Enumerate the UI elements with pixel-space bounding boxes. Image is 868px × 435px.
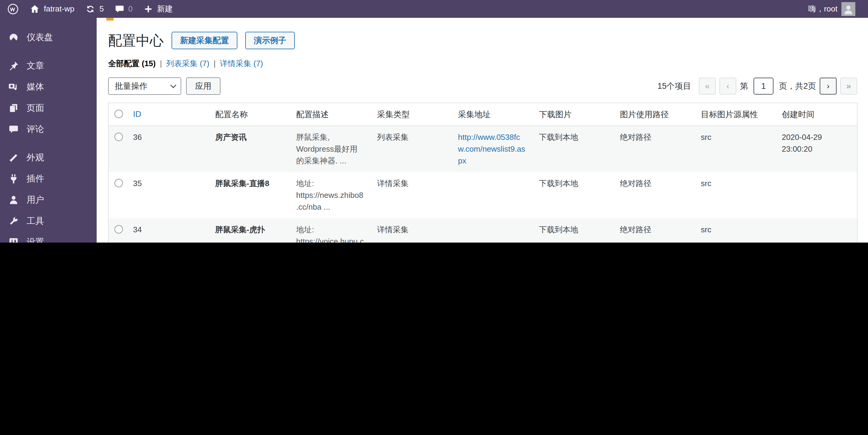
filter-detail-crawl[interactable]: 详情采集 (7) (220, 58, 263, 69)
column-header-attr: 目标图片源属性 (701, 110, 758, 119)
comment-count: 0 (128, 4, 132, 13)
cell-src-attr: src (695, 126, 776, 173)
title-row: 配置中心 新建采集配置 演示例子 (108, 32, 857, 49)
wordpress-menu[interactable] (0, 0, 24, 18)
sidebar-item-label: 外观 (27, 152, 44, 164)
column-header-url: 采集地址 (458, 110, 491, 119)
column-header-id[interactable]: ID (133, 110, 141, 119)
avatar (841, 2, 855, 16)
sidebar-item-comments[interactable]: 评论 (0, 119, 97, 140)
admin-bar-left: fatrat-wp 5 0 (0, 0, 178, 18)
chevron-down-icon (170, 82, 176, 88)
page-suffix: 页，共2页 (779, 81, 816, 92)
clipped-element-fragment (106, 18, 114, 21)
home-icon (30, 4, 40, 14)
cell-crawl-url-link (452, 172, 533, 218)
cell-config-name: 房产资讯 (209, 126, 290, 173)
sidebar-item-plugins[interactable]: 插件 (0, 168, 97, 189)
sidebar-item-media[interactable]: 媒体 (0, 76, 97, 98)
account-menu[interactable]: 嗨，root (803, 0, 861, 18)
update-icon (85, 4, 95, 14)
table-row: 35 胖鼠采集-直播8 地址: https://news.zhibo8.cc/n… (108, 172, 858, 218)
comments-menu[interactable]: 0 (109, 0, 138, 18)
new-label: 新建 (157, 4, 173, 14)
cell-image-path: 绝对路径 (614, 172, 695, 218)
cell-config-desc: 地址: https://voice.hupu.com/cne ... (290, 218, 371, 243)
greeting-text: 嗨，root (808, 4, 837, 14)
cell-created-time (776, 218, 858, 243)
cell-id: 34 (127, 218, 209, 243)
cell-src-attr: src (695, 218, 776, 243)
admin-bar: fatrat-wp 5 0 (0, 0, 868, 18)
sidebar-item-label: 设置 (27, 236, 44, 243)
tools-icon (8, 215, 19, 227)
cell-config-desc: 地址: https://news.zhibo8.cc/nba ... (290, 172, 371, 218)
sidebar-item-appearance[interactable]: 外观 (0, 147, 97, 168)
update-count: 5 (99, 4, 103, 13)
cell-crawl-type: 列表采集 (371, 126, 452, 173)
sidebar-item-label: 媒体 (27, 81, 44, 93)
pagination: 15个项目 « ‹ 第 页，共2页 › » (657, 77, 857, 95)
current-page-input[interactable] (753, 77, 773, 95)
cell-created-time: 2020-04-29 23:00:20 (776, 126, 858, 173)
sidebar-item-pages[interactable]: 页面 (0, 98, 97, 119)
pages-icon (8, 102, 19, 114)
site-name: fatrat-wp (44, 4, 74, 13)
row-checkbox[interactable] (115, 133, 123, 141)
sidebar-item-settings[interactable]: 设置 (0, 232, 97, 243)
column-header-path: 图片使用路径 (620, 110, 669, 119)
media-icon (8, 81, 19, 93)
table-row: 34 胖鼠采集-虎扑 地址: https://voice.hupu.com/cn… (108, 218, 858, 243)
sidebar-item-label: 页面 (27, 102, 44, 114)
last-page-button[interactable]: » (840, 77, 857, 95)
bulk-action-select[interactable]: 批量操作 (108, 77, 181, 95)
dashboard-icon (8, 32, 19, 43)
appearance-icon (8, 152, 19, 163)
sidebar-item-label: 用户 (27, 194, 44, 206)
sidebar-item-tools[interactable]: 工具 (0, 211, 97, 232)
sidebar-item-label: 工具 (27, 215, 44, 227)
sidebar-item-dashboard[interactable]: 仪表盘 (0, 27, 97, 48)
cell-config-desc: 胖鼠采集, Wordpress最好用 的采集神器. ... (290, 126, 371, 173)
column-header-desc: 配置描述 (296, 110, 329, 119)
next-page-button[interactable]: › (820, 77, 837, 95)
site-link[interactable]: fatrat-wp (24, 0, 80, 18)
row-checkbox[interactable] (115, 179, 123, 187)
sidebar-item-label: 评论 (27, 123, 44, 135)
new-content-menu[interactable]: 新建 (138, 0, 178, 18)
table-nav: 批量操作 应用 15个项目 « ‹ 第 页，共2页 › » (108, 77, 857, 95)
plus-icon (144, 4, 153, 14)
row-checkbox[interactable] (115, 225, 123, 234)
plugin-icon (8, 173, 19, 185)
sidebar-item-label: 仪表盘 (27, 31, 53, 43)
sidebar-item-label: 插件 (27, 173, 44, 185)
select-all-checkbox[interactable] (115, 110, 123, 118)
cell-crawl-url-link[interactable]: http://www.0538fcw.com/newslist9.aspx (452, 126, 533, 173)
apply-button[interactable]: 应用 (186, 77, 220, 95)
sidebar-item-posts[interactable]: 文章 (0, 55, 97, 76)
filter-list-crawl[interactable]: 列表采集 (7) (166, 58, 209, 69)
pin-icon (8, 60, 19, 71)
settings-icon (8, 237, 19, 243)
sidebar-menu: 仪表盘 文章 媒体 (0, 18, 97, 243)
page-prefix: 第 (740, 81, 748, 92)
cell-image-path: 绝对路径 (614, 218, 695, 243)
updates-menu[interactable]: 5 (80, 0, 109, 18)
comments-icon (8, 124, 19, 135)
items-count: 15个项目 (657, 81, 691, 92)
first-page-button: « (699, 77, 716, 95)
wordpress-logo-icon (7, 3, 19, 15)
cell-config-name: 胖鼠采集-虎扑 (209, 218, 290, 243)
column-header-created: 创建时间 (782, 110, 814, 119)
comments-icon (115, 4, 124, 14)
cell-id: 35 (127, 172, 209, 218)
filter-all[interactable]: 全部配置 (15) (108, 58, 156, 69)
sidebar-item-users[interactable]: 用户 (0, 189, 97, 211)
cell-crawl-type: 详情采集 (371, 172, 452, 218)
demo-examples-button[interactable]: 演示例子 (245, 32, 295, 49)
sidebar-item-label: 文章 (27, 60, 44, 72)
new-config-button[interactable]: 新建采集配置 (172, 32, 238, 49)
filter-links: 全部配置 (15) | 列表采集 (7) | 详情采集 (7) (108, 58, 857, 69)
cell-id: 36 (127, 126, 209, 173)
admin-bar-right: 嗨，root (803, 0, 868, 18)
